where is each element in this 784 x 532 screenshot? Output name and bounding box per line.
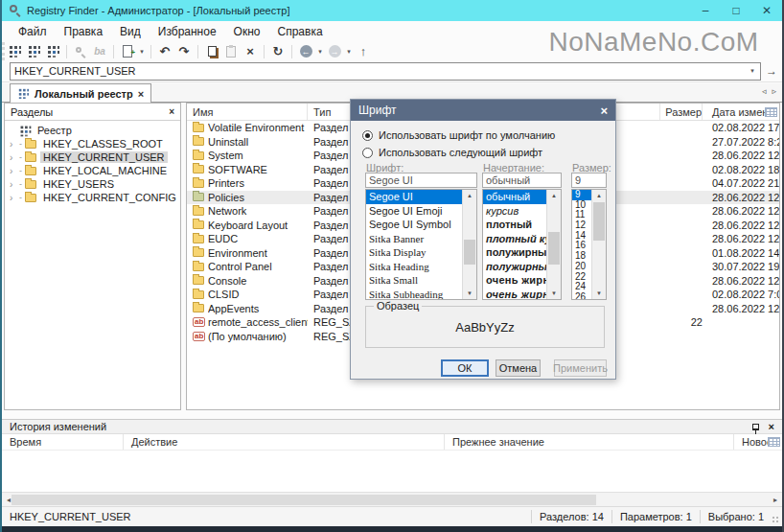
refresh-icon[interactable]: ↻ [268, 43, 288, 59]
list-item[interactable]: плотный кур [483, 232, 546, 246]
list-item[interactable]: 22 [572, 272, 591, 283]
scroll-down-icon[interactable]: ▼ [463, 288, 476, 299]
ok-button[interactable]: ОК [441, 359, 489, 377]
export-icon[interactable]: + [118, 43, 137, 59]
style-value-box[interactable]: обычный [482, 173, 562, 188]
style-list[interactable]: обычный курсив плотный плотный кур полуж… [482, 189, 562, 300]
list-item[interactable]: очень жирн [483, 288, 546, 300]
menu-view[interactable]: Вид [111, 21, 150, 42]
list-item[interactable]: полужирный [483, 260, 546, 274]
radio-custom-font[interactable]: Использовать следующий шрифт [362, 147, 542, 158]
tree-item-hkey-classes-root[interactable]: ›- HKEY_CLASSES_ROOT [5, 137, 180, 150]
list-item[interactable]: 20 [572, 262, 591, 272]
cancel-button[interactable]: Отмена [496, 359, 541, 377]
column-old-value[interactable]: Прежнее значение [445, 434, 734, 450]
size-list[interactable]: 9 10 11 12 14 16 18 20 22 24 26 ▲ ▼ [571, 189, 607, 300]
address-go-button[interactable]: → [764, 63, 779, 80]
menu-favorites[interactable]: Избранное [150, 21, 225, 42]
delete-icon[interactable]: × [241, 43, 260, 59]
tree-item-hkey-users[interactable]: ›- HKEY_USERS [5, 177, 180, 191]
expand-chevron-icon[interactable]: › [10, 179, 19, 190]
tab-local-registry[interactable]: Локальный реестр × [10, 83, 151, 103]
list-item[interactable]: 12 [572, 220, 591, 231]
search-icon[interactable] [71, 43, 90, 59]
expand-chevron-icon[interactable]: › [10, 193, 19, 203]
forward-icon[interactable]: → [325, 43, 344, 59]
menu-window[interactable]: Окно [225, 21, 269, 42]
list-item[interactable]: 10 [572, 200, 591, 211]
list-item[interactable]: полужирный [483, 245, 546, 260]
apply-button[interactable]: Применить [554, 359, 607, 377]
forward-dropdown-icon[interactable]: ▾ [344, 48, 354, 56]
menu-help[interactable]: Справка [269, 21, 332, 42]
column-action[interactable]: Действие [124, 434, 445, 450]
list-item[interactable]: Sitka Small [366, 273, 462, 288]
tree-item-hkey-local-machine[interactable]: ›- HKEY_LOCAL_MACHINE [5, 164, 180, 177]
column-name[interactable]: Имя [187, 104, 308, 120]
open-hive-icon[interactable] [43, 43, 62, 59]
scrollbar-thumb[interactable] [12, 495, 596, 505]
column-time[interactable]: Время [2, 434, 124, 450]
scroll-up-icon[interactable]: ▲ [592, 190, 606, 201]
history-close-icon[interactable]: × [769, 421, 774, 432]
list-item[interactable]: курсив [483, 204, 546, 219]
column-chooser-icon[interactable] [768, 437, 780, 447]
connect-registry-icon[interactable] [24, 43, 43, 59]
dialog-title-bar[interactable]: Шрифт × [351, 100, 615, 121]
font-value-box[interactable]: Segoe UI [365, 173, 477, 188]
list-item[interactable]: очень жирн [483, 273, 546, 288]
scroll-right-icon[interactable]: ▸ [769, 493, 782, 506]
up-icon[interactable]: ↑ [354, 43, 373, 59]
sections-close-icon[interactable]: × [169, 106, 174, 117]
list-item[interactable]: 14 [572, 231, 591, 242]
close-button[interactable]: ✕ [751, 0, 782, 21]
list-item[interactable]: 16 [572, 241, 591, 251]
list-item[interactable]: 11 [572, 210, 591, 220]
radio-default-font[interactable]: Использовать шрифт по умолчанию [362, 129, 555, 141]
back-dropdown-icon[interactable]: ▾ [315, 48, 325, 56]
minimize-button[interactable]: – [690, 0, 721, 21]
scroll-down-icon[interactable]: ▼ [547, 288, 561, 299]
list-item[interactable]: Segoe UI Emoji [366, 204, 462, 219]
expand-chevron-icon[interactable]: › [10, 166, 19, 176]
column-new-value[interactable]: Новое [734, 434, 782, 450]
rename-icon[interactable]: ba [90, 43, 109, 59]
scroll-up-icon[interactable]: ▲ [463, 190, 476, 201]
tree-root-registry[interactable]: Реестр [5, 124, 180, 137]
back-icon[interactable]: ← [296, 43, 315, 59]
copy-icon[interactable] [202, 43, 221, 59]
address-dropdown-icon[interactable]: ▾ [745, 67, 760, 75]
scroll-down-icon[interactable]: ▼ [592, 288, 606, 299]
size-value-box[interactable]: 9 [571, 173, 607, 188]
redo-icon[interactable]: ↷ [174, 43, 194, 59]
undo-icon[interactable]: ↶ [155, 43, 174, 59]
column-chooser-icon[interactable] [765, 107, 777, 117]
list-item[interactable]: Sitka Display [366, 245, 462, 260]
expand-chevron-icon[interactable]: › [10, 139, 19, 150]
tab-scroll-left-icon[interactable]: ◃ [762, 86, 767, 96]
list-item[interactable]: 26 [572, 292, 591, 299]
column-size[interactable]: Размер [660, 104, 703, 120]
tree-item-hkey-current-config[interactable]: ›- HKEY_CURRENT_CONFIG [5, 191, 180, 204]
font-list[interactable]: Segoe UI Segoe UI Emoji Segoe UI Symbol … [365, 189, 477, 300]
list-item[interactable]: обычный [483, 190, 546, 204]
menu-edit[interactable]: Правка [56, 21, 112, 42]
pin-icon[interactable] [752, 424, 759, 430]
font-list-scrollbar[interactable]: ▲ ▼ [462, 190, 476, 299]
list-item[interactable]: 9 [572, 190, 591, 200]
paste-icon[interactable] [221, 43, 241, 59]
dialog-close-icon[interactable]: × [600, 104, 608, 118]
list-item[interactable]: Sitka Banner [366, 232, 462, 246]
size-list-scrollbar[interactable]: ▲ ▼ [591, 190, 606, 299]
menu-file[interactable]: Файл [10, 21, 56, 42]
scroll-up-icon[interactable]: ▲ [547, 190, 561, 201]
expand-chevron-icon[interactable]: › [10, 152, 19, 163]
horizontal-scrollbar[interactable]: ◂ ▸ [2, 492, 782, 506]
tab-scroll-right-icon[interactable]: ▹ [772, 86, 776, 96]
list-item[interactable]: 18 [572, 251, 591, 262]
address-input[interactable] [11, 65, 745, 77]
style-list-scrollbar[interactable]: ▲ ▼ [546, 190, 561, 299]
maximize-button[interactable]: □ [721, 0, 751, 21]
list-item[interactable]: Segoe UI [366, 190, 462, 204]
tree-item-hkey-current-user[interactable]: ›- HKEY_CURRENT_USER [5, 150, 180, 164]
